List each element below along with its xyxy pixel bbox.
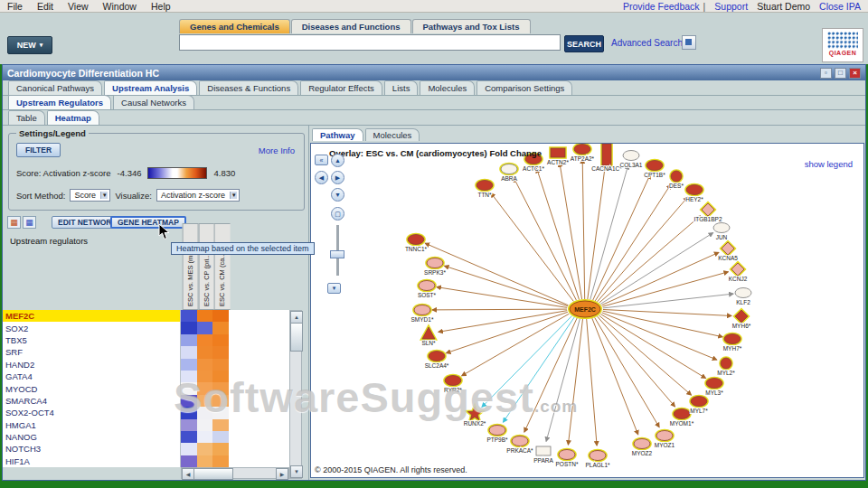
- heatmap-cell[interactable]: [197, 322, 213, 333]
- heatmap-cell[interactable]: [197, 310, 213, 322]
- heatmap-row-sox2[interactable]: SOX2: [3, 322, 289, 333]
- pan-down-icon[interactable]: ▼: [331, 188, 344, 202]
- heatmap-cell[interactable]: [212, 419, 229, 431]
- heatmap-row-notch3[interactable]: NOTCH3: [3, 443, 289, 455]
- search-input[interactable]: [179, 34, 561, 51]
- heatmap-cell[interactable]: [181, 419, 197, 431]
- gene-node-plagl1[interactable]: [590, 451, 606, 461]
- visualize-select[interactable]: Activation z-score ▾: [156, 189, 241, 202]
- regulator-label[interactable]: HMGA1: [3, 419, 181, 431]
- gene-node-sost[interactable]: [419, 281, 435, 291]
- regulator-label[interactable]: TBX5: [3, 334, 181, 346]
- heatmap-cell[interactable]: [197, 431, 213, 443]
- gene-node-myl7[interactable]: [691, 397, 707, 407]
- heatmap-row-hif1a[interactable]: HIF1A: [3, 455, 289, 467]
- heatmap-cell[interactable]: [212, 431, 229, 443]
- gene-node-kcna5[interactable]: [722, 242, 734, 255]
- heatmap-cell[interactable]: [181, 346, 197, 358]
- scroll-right-icon[interactable]: ▶: [276, 468, 288, 480]
- tab-lists[interactable]: Lists: [384, 80, 419, 95]
- menu-file[interactable]: File: [7, 1, 23, 12]
- heatmap-column-header[interactable]: ESC vs. CM (ca...: [214, 223, 231, 310]
- gene-node-ppara[interactable]: [536, 446, 551, 455]
- heatmap-cell[interactable]: [212, 443, 229, 455]
- heatmap-cell[interactable]: [197, 419, 213, 431]
- scrollbar-thumb[interactable]: [290, 323, 303, 352]
- gene-heatmap-button[interactable]: GENE HEATMAP: [110, 216, 186, 229]
- heatmap-row-nanog[interactable]: NANOG: [3, 431, 289, 443]
- close-ipa[interactable]: Close IPA: [819, 1, 861, 12]
- gene-node-atp2a2[interactable]: [574, 145, 590, 155]
- heatmap-cell[interactable]: [212, 455, 229, 467]
- gene-node-ryr2[interactable]: [445, 376, 461, 386]
- gene-node-myl3[interactable]: [706, 379, 722, 389]
- regulator-label[interactable]: MYOCD: [3, 382, 181, 394]
- scroll-down-icon[interactable]: ▼: [290, 465, 303, 478]
- gene-node-kcnj2[interactable]: [731, 263, 744, 276]
- gene-node-myom1[interactable]: [674, 409, 690, 419]
- gene-node-jun[interactable]: [713, 223, 730, 233]
- heatmap-cell[interactable]: [197, 359, 213, 371]
- gene-node-myoz2[interactable]: [634, 439, 650, 449]
- gene-node-srpk3[interactable]: [427, 258, 443, 268]
- heatmap-row-smarca4[interactable]: SMARCA4: [3, 395, 289, 407]
- more-info-link[interactable]: More Info: [259, 145, 295, 155]
- gene-node-smyd1[interactable]: [414, 305, 430, 315]
- tab-molecules[interactable]: Molecules: [420, 80, 475, 95]
- heatmap-cell[interactable]: [197, 407, 213, 418]
- regulator-label[interactable]: SOX2: [3, 322, 181, 333]
- tab-upstream-regulators[interactable]: Upstream Regulators: [8, 95, 111, 109]
- tab-pathways-and-tox-lists[interactable]: Pathways and Tox Lists: [412, 19, 531, 33]
- gene-node-ttn[interactable]: [476, 181, 493, 191]
- gene-node-itgb1bp2[interactable]: [702, 203, 714, 216]
- menu-edit[interactable]: Edit: [37, 1, 53, 12]
- tab-causal-networks[interactable]: Causal Networks: [113, 95, 194, 109]
- regulator-label[interactable]: HIF1A: [3, 455, 181, 467]
- regulator-label[interactable]: GATA4: [3, 371, 181, 382]
- heatmap-row-hmga1[interactable]: HMGA1: [3, 419, 289, 431]
- heatmap-cell[interactable]: [212, 322, 229, 333]
- heatmap-cell[interactable]: [212, 407, 229, 418]
- heatmap-cell[interactable]: [212, 310, 229, 322]
- provide-feedback[interactable]: Provide Feedback: [623, 1, 700, 12]
- tab-genes-and-chemicals[interactable]: Genes and Chemicals: [179, 19, 290, 33]
- heatmap-cell[interactable]: [181, 382, 197, 394]
- tab-heatmap[interactable]: Heatmap: [47, 110, 99, 125]
- heatmap-cell[interactable]: [197, 346, 213, 358]
- heatmap-cell[interactable]: [212, 334, 229, 346]
- gene-node-tnnc1[interactable]: [408, 235, 424, 245]
- collapse-panel-icon[interactable]: «: [315, 155, 328, 165]
- heatmap-cell[interactable]: [181, 322, 197, 333]
- sort-method-select[interactable]: Score ▾: [70, 189, 110, 202]
- pan-left-icon[interactable]: ◀: [315, 171, 328, 184]
- gene-node-cpt1b[interactable]: [646, 161, 663, 171]
- heatmap-cell[interactable]: [181, 455, 197, 467]
- heatmap-row-gata4[interactable]: GATA4: [3, 371, 289, 382]
- regulator-label[interactable]: NANOG: [3, 431, 181, 443]
- scrollbar-thumb[interactable]: [193, 468, 233, 480]
- pan-right-icon[interactable]: ▶: [331, 171, 344, 184]
- gene-node-ptp9b[interactable]: [489, 426, 505, 436]
- heatmap-cell[interactable]: [197, 334, 213, 346]
- advanced-search-icon[interactable]: [682, 35, 696, 50]
- search-button[interactable]: SEARCH: [564, 35, 604, 52]
- gene-node-abra[interactable]: [501, 164, 517, 174]
- show-legend-link[interactable]: show legend: [805, 159, 853, 169]
- regulator-label[interactable]: SOX2-OCT4: [3, 407, 181, 418]
- heatmap-cell[interactable]: [197, 443, 213, 455]
- heatmap-cell[interactable]: [212, 359, 229, 371]
- support[interactable]: Support: [714, 1, 748, 12]
- heatmap-cell[interactable]: [212, 395, 229, 407]
- regulator-label[interactable]: SMARCA4: [3, 395, 181, 407]
- heatmap-cell[interactable]: [197, 371, 213, 382]
- gene-node-myoz1[interactable]: [656, 431, 673, 441]
- gene-node-myh6[interactable]: [735, 310, 748, 323]
- heatmap-grid-icon-button[interactable]: ▦: [7, 216, 21, 229]
- new-button[interactable]: NEW ▾: [7, 36, 52, 54]
- heatmap-cell[interactable]: [181, 334, 197, 346]
- tab-molecules[interactable]: Molecules: [365, 128, 420, 141]
- tab-upstream-analysis[interactable]: Upstream Analysis: [104, 80, 197, 95]
- pan-up-icon[interactable]: ▲: [331, 154, 344, 167]
- window-titlebar[interactable]: Cardiomyocyte Differentiation HC ▫ □ ×: [3, 65, 865, 80]
- heatmap-row-srf[interactable]: SRF: [3, 346, 289, 358]
